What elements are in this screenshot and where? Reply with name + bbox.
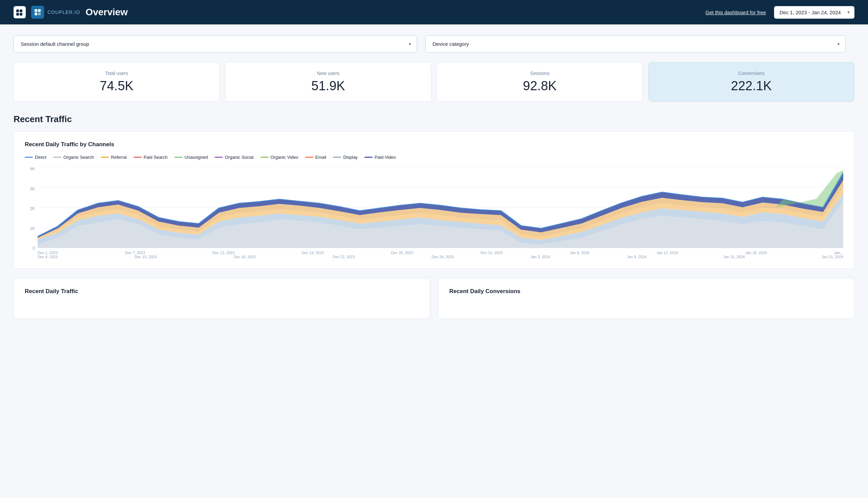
- legend-color-9: [364, 157, 373, 158]
- x-axis-label-r1-3: Dec 19, 2023: [302, 251, 324, 255]
- metric-card-3: Conversions 222.1K: [648, 62, 854, 102]
- x-axis-label-r2-1: Dec 10, 2023: [135, 255, 157, 259]
- legend-item-1: Organic Search: [53, 155, 94, 160]
- legend-item-3: Paid Search: [134, 155, 168, 160]
- header-right: Get this dashboard for free Dec 1, 2023 …: [706, 6, 854, 19]
- legend-label-4: Unassigned: [185, 155, 208, 160]
- y-axis-label-1: 3K: [25, 187, 35, 191]
- legend-label-6: Organic Video: [270, 155, 298, 160]
- x-axis-label-r1-7: Jan 12, 2024: [656, 251, 678, 255]
- metric-value-0: 74.5K: [23, 79, 210, 93]
- chart-legend: Direct Organic Search Referral Paid Sear…: [25, 155, 843, 160]
- legend-item-9: Paid Video: [364, 155, 396, 160]
- svg-rect-0: [16, 10, 19, 12]
- metrics-row: Total users 74.5K New users 51.9K Sessio…: [14, 62, 854, 102]
- metric-card-1: New users 51.9K: [225, 62, 431, 102]
- x-axis-label-r1-8: Jan 18, 2024: [745, 251, 767, 255]
- legend-item-0: Direct: [25, 155, 46, 160]
- chart-inner: Dec 1, 2023Dec 7, 2023Dec 13, 2023Dec 19…: [38, 167, 843, 259]
- legend-item-7: Email: [305, 155, 326, 160]
- x-axis-label-r2-2: Dec 16, 2023: [233, 255, 256, 259]
- filter-row: Session default channel group Device cat…: [14, 35, 854, 53]
- brand-name: COUPLER.IO: [48, 10, 80, 15]
- legend-color-1: [53, 157, 62, 158]
- metric-label-1: New users: [235, 70, 422, 76]
- legend-color-5: [215, 157, 223, 158]
- coupler-logo: [31, 6, 44, 19]
- y-axis-label-3: 1K: [25, 226, 35, 231]
- legend-color-4: [174, 157, 183, 158]
- bottom-row: Recent Daily Traffic Recent Daily Conver…: [14, 278, 854, 319]
- svg-rect-7: [38, 13, 41, 15]
- daily-conversions-card: Recent Daily Conversions: [438, 278, 854, 319]
- header: COUPLER.IO Overview Get this dashboard f…: [0, 0, 868, 24]
- x-axis-label-r2-5: Jan 3, 2024: [531, 255, 550, 259]
- daily-traffic-card: Recent Daily Traffic: [14, 278, 430, 319]
- main-content: Session default channel group Device cat…: [0, 24, 868, 330]
- metric-value-2: 92.8K: [446, 79, 633, 93]
- metric-label-3: Conversions: [658, 70, 845, 76]
- x-axis-label-r1-4: Dec 25, 2023: [391, 251, 413, 255]
- legend-item-4: Unassigned: [174, 155, 208, 160]
- metric-label-2: Sessions: [446, 70, 633, 76]
- x-axis-row2: Dec 4, 2023Dec 10, 2023Dec 16, 2023Dec 2…: [38, 255, 843, 259]
- legend-color-8: [333, 157, 341, 158]
- svg-rect-4: [35, 9, 37, 12]
- legend-color-0: [25, 157, 33, 158]
- daily-conversions-title: Recent Daily Conversions: [449, 288, 843, 295]
- page-title: Overview: [85, 7, 128, 18]
- y-axis: 4K3K2K1K0: [25, 167, 35, 259]
- channel-group-select[interactable]: Session default channel group: [14, 35, 417, 53]
- x-axis-label-r1-9: Jan...: [834, 251, 843, 255]
- chart-container: 4K3K2K1K0: [25, 167, 843, 259]
- svg-rect-5: [38, 9, 41, 12]
- metric-value-3: 222.1K: [658, 79, 845, 93]
- y-axis-label-0: 4K: [25, 167, 35, 171]
- x-axis-label-r1-2: Dec 13, 2023: [212, 251, 234, 255]
- legend-item-2: Referral: [101, 155, 126, 160]
- y-axis-label-4: 0: [25, 246, 35, 251]
- logo-icon: [14, 6, 26, 18]
- x-axis-label-r2-0: Dec 4, 2023: [38, 255, 58, 259]
- traffic-chart-svg: [38, 167, 843, 248]
- device-category-filter-wrapper: Device category: [425, 35, 846, 53]
- legend-label-8: Display: [343, 155, 358, 160]
- svg-rect-2: [16, 13, 19, 16]
- svg-rect-6: [35, 13, 37, 15]
- x-axis-label-r2-7: Jan 15, 2024: [723, 255, 745, 259]
- legend-label-7: Email: [315, 155, 326, 160]
- legend-label-2: Referral: [111, 155, 126, 160]
- chart-title: Recent Daily Traffic by Channels: [25, 141, 843, 148]
- legend-label-5: Organic Social: [225, 155, 254, 160]
- date-range-select[interactable]: Dec 1, 2023 - Jan 24, 2024: [774, 6, 854, 19]
- device-category-select[interactable]: Device category: [425, 35, 846, 53]
- legend-color-7: [305, 157, 313, 158]
- legend-item-8: Display: [333, 155, 358, 160]
- metric-card-2: Sessions 92.8K: [437, 62, 643, 102]
- x-axis-label-r1-1: Dec 7, 2023: [125, 251, 145, 255]
- date-range-wrapper: Dec 1, 2023 - Jan 24, 2024: [774, 6, 854, 19]
- section-title-traffic: Recent Traffic: [14, 114, 854, 124]
- metric-card-0: Total users 74.5K: [14, 62, 220, 102]
- x-axis-label-r1-6: Jan 6, 2024: [570, 251, 590, 255]
- x-axis-label-r1-5: Dec 31, 2023: [480, 251, 503, 255]
- x-axis-label-r1-0: Dec 1, 2023: [38, 251, 58, 255]
- legend-label-1: Organic Search: [63, 155, 94, 160]
- traffic-chart-card: Recent Daily Traffic by Channels Direct …: [14, 131, 854, 269]
- x-axis-label-r2-4: Dec 28, 2023: [432, 255, 454, 259]
- get-dashboard-link[interactable]: Get this dashboard for free: [706, 10, 766, 15]
- metric-label-0: Total users: [23, 70, 210, 76]
- daily-traffic-title: Recent Daily Traffic: [25, 288, 419, 295]
- x-axis-row1: Dec 1, 2023Dec 7, 2023Dec 13, 2023Dec 19…: [38, 251, 843, 255]
- legend-label-0: Direct: [35, 155, 46, 160]
- legend-color-2: [101, 157, 109, 158]
- legend-color-3: [134, 157, 142, 158]
- y-axis-label-2: 2K: [25, 206, 35, 211]
- legend-color-6: [261, 157, 269, 158]
- svg-rect-1: [20, 10, 22, 12]
- legend-item-6: Organic Video: [261, 155, 298, 160]
- x-axis-label-r2-8: Jan 21, 2024: [822, 255, 843, 259]
- x-axis-label-r2-6: Jan 9, 2024: [627, 255, 646, 259]
- header-left: COUPLER.IO Overview: [14, 6, 128, 19]
- x-axis-label-r2-3: Dec 22, 2023: [333, 255, 355, 259]
